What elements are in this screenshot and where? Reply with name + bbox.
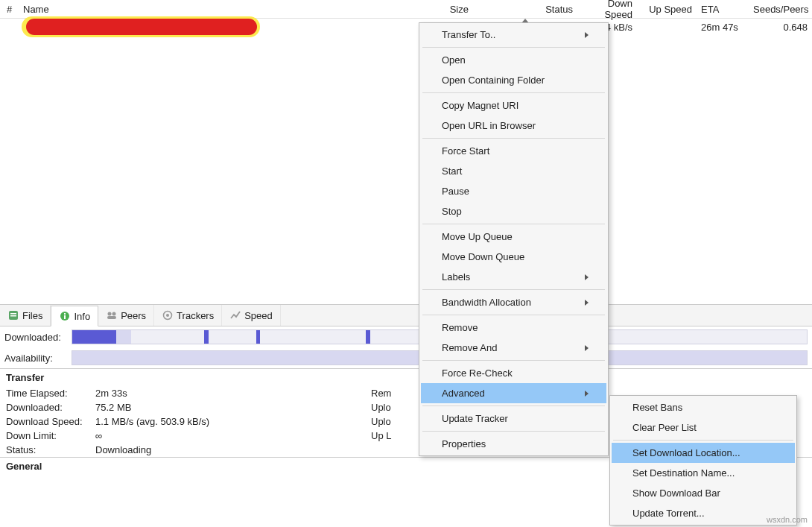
menu-force-recheck: Force Re-Check	[421, 363, 606, 383]
menu-open: Open	[421, 50, 606, 70]
submenu-arrow-icon	[585, 271, 589, 283]
submenu-set-destination-name[interactable]: Set Destination Name...	[612, 463, 795, 483]
col-status[interactable]: Status	[473, 4, 577, 15]
submenu-arrow-icon	[585, 342, 589, 353]
menu-remove-and[interactable]: Remove And	[421, 338, 606, 358]
menu-copy-magnet[interactable]: Copy Magnet URI	[421, 95, 606, 116]
menu-pause[interactable]: Pause	[421, 181, 606, 201]
menu-move-up[interactable]: Move Up Queue	[421, 227, 606, 247]
svg-rect-2	[10, 315, 16, 317]
menu-open-url: Open URL in Browser	[421, 116, 606, 136]
watermark: wsxdn.com	[767, 515, 808, 524]
col-down-speed[interactable]: Down Speed	[577, 0, 637, 20]
col-size[interactable]: Size	[421, 4, 473, 15]
download-speed-value: 1.1 MB/s (avg. 503.9 kB/s)	[95, 416, 371, 427]
trackers-icon	[162, 310, 173, 321]
submenu-reset-bans[interactable]: Reset Bans	[612, 397, 795, 417]
submenu-arrow-icon	[585, 29, 589, 40]
menu-properties[interactable]: Properties	[421, 434, 606, 454]
peers-icon	[106, 310, 117, 321]
details-tabs: Files Info Peers Trackers Speed	[0, 304, 812, 326]
submenu-advanced[interactable]: Reset Bans Clear Peer List Set Download …	[609, 395, 797, 526]
svg-point-10	[166, 314, 169, 317]
row-seeds-peers: 0.648	[749, 22, 812, 33]
menu-advanced[interactable]: Advanced	[421, 383, 606, 403]
menu-separator	[422, 138, 605, 139]
menu-separator	[422, 92, 605, 93]
menu-separator	[422, 289, 605, 290]
tab-files[interactable]: Files	[0, 305, 51, 326]
submenu-arrow-icon	[585, 297, 589, 308]
submenu-show-download-bar[interactable]: Show Download Bar	[612, 483, 795, 503]
col-seeds-peers[interactable]: Seeds/Peers	[749, 4, 812, 15]
tab-trackers[interactable]: Trackers	[154, 305, 222, 326]
tab-label: Info	[74, 311, 90, 322]
tab-label: Peers	[121, 310, 146, 321]
redaction-bar	[26, 19, 257, 35]
time-elapsed-label: Time Elapsed:	[6, 388, 95, 399]
menu-separator	[422, 47, 605, 48]
tab-info[interactable]: Info	[51, 306, 98, 326]
col-name[interactable]: Name	[19, 4, 421, 15]
col-eta[interactable]: ETA	[697, 4, 749, 15]
section-transfer: Transfer	[0, 368, 812, 386]
torrent-row[interactable]: 1.60 GB Downloading 2.4 kB/s 26m 47s 0.6…	[0, 19, 812, 36]
downloaded-row: Downloaded:	[0, 326, 812, 347]
menu-move-down[interactable]: Move Down Queue	[421, 247, 606, 267]
downloaded-label2: Downloaded:	[6, 402, 95, 413]
down-limit-label: Down Limit:	[6, 430, 95, 441]
menu-open-folder[interactable]: Open Containing Folder	[421, 70, 606, 90]
col-up-speed[interactable]: Up Speed	[637, 4, 697, 15]
menu-stop[interactable]: Stop	[421, 201, 606, 221]
submenu-set-download-location[interactable]: Set Download Location...	[612, 443, 795, 463]
tab-label: Speed	[244, 310, 273, 321]
speed-icon	[229, 310, 241, 321]
tab-speed[interactable]: Speed	[222, 305, 281, 326]
col-num[interactable]: #	[0, 4, 19, 15]
svg-rect-5	[64, 313, 66, 315]
svg-rect-1	[10, 313, 16, 315]
menu-update-tracker[interactable]: Update Tracker	[421, 408, 606, 429]
menu-remove[interactable]: Remove	[421, 318, 606, 338]
tab-label: Trackers	[177, 310, 214, 321]
menu-bandwidth[interactable]: Bandwidth Allocation	[421, 292, 606, 312]
downloaded-value: 75.2 MB	[95, 402, 371, 413]
files-icon	[7, 310, 19, 321]
menu-transfer-to[interactable]: Transfer To..	[421, 25, 606, 45]
status-value: Downloading	[95, 444, 371, 455]
row-name	[19, 19, 421, 36]
svg-point-6	[107, 312, 111, 316]
time-elapsed-value: 2m 33s	[95, 388, 371, 399]
menu-separator	[422, 224, 605, 224]
availability-label: Availability:	[4, 353, 72, 364]
availability-row: Availability:	[0, 347, 812, 368]
menu-separator	[422, 405, 605, 406]
down-limit-value: ∞	[95, 430, 371, 441]
svg-rect-4	[64, 315, 66, 319]
tab-label: Files	[22, 310, 42, 321]
menu-separator	[422, 315, 605, 315]
download-speed-label: Download Speed:	[6, 416, 95, 427]
menu-force-start[interactable]: Force Start	[421, 141, 606, 161]
status-label: Status:	[6, 444, 95, 455]
menu-separator	[422, 431, 605, 432]
row-eta: 26m 47s	[697, 22, 749, 33]
submenu-clear-peer-list[interactable]: Clear Peer List	[612, 417, 795, 438]
submenu-arrow-icon	[585, 388, 589, 399]
menu-labels[interactable]: Labels	[421, 267, 606, 287]
svg-point-7	[112, 312, 115, 316]
tab-peers[interactable]: Peers	[98, 305, 154, 326]
svg-rect-8	[107, 316, 116, 319]
context-menu[interactable]: Transfer To.. Open Open Containing Folde…	[419, 22, 609, 456]
menu-separator	[613, 440, 793, 441]
downloaded-label: Downloaded:	[4, 332, 72, 343]
menu-separator	[422, 360, 605, 361]
info-icon	[59, 311, 70, 322]
menu-start: Start	[421, 161, 606, 181]
